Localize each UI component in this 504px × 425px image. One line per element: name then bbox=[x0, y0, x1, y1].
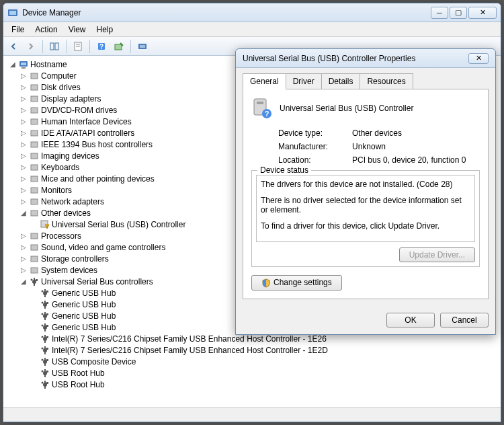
app-icon bbox=[7, 7, 18, 18]
device-icon: ? bbox=[251, 98, 273, 119]
dialog-titlebar[interactable]: Universal Serial Bus (USB) Controller Pr… bbox=[236, 49, 495, 68]
tree-item-usb-device[interactable]: USB Root Hub bbox=[9, 379, 495, 390]
cancel-button[interactable]: Cancel bbox=[440, 313, 489, 327]
svg-rect-13 bbox=[21, 63, 26, 65]
change-settings-button[interactable]: Change settings bbox=[251, 275, 342, 291]
svg-rect-22 bbox=[31, 153, 38, 159]
device-type-value: Other devices bbox=[352, 128, 402, 138]
device-category-icon bbox=[29, 105, 40, 116]
svg-rect-23 bbox=[31, 165, 38, 170]
properties-icon[interactable] bbox=[71, 39, 85, 54]
svg-rect-27 bbox=[31, 210, 38, 216]
svg-rect-53 bbox=[46, 325, 48, 327]
device-category-icon bbox=[40, 322, 50, 333]
svg-rect-9 bbox=[115, 44, 122, 50]
device-category-icon bbox=[29, 162, 40, 173]
show-hide-console-icon[interactable] bbox=[47, 39, 62, 54]
svg-point-60 bbox=[42, 347, 44, 349]
device-category-icon bbox=[29, 173, 40, 184]
close-button[interactable]: ✕ bbox=[468, 7, 497, 19]
device-category-icon bbox=[40, 334, 50, 344]
device-category-icon bbox=[40, 311, 50, 321]
device-category-icon bbox=[29, 82, 40, 93]
svg-point-64 bbox=[42, 358, 44, 360]
device-category-icon bbox=[40, 356, 50, 367]
tab-resources[interactable]: Resources bbox=[360, 73, 413, 89]
device-status-legend: Device status bbox=[257, 165, 311, 175]
svg-rect-31 bbox=[31, 245, 38, 250]
svg-rect-61 bbox=[46, 348, 48, 350]
svg-rect-57 bbox=[46, 336, 48, 338]
svg-point-56 bbox=[42, 336, 44, 338]
device-category-icon bbox=[29, 116, 40, 127]
tree-item-usb-device[interactable]: USB Root Hub bbox=[9, 367, 495, 379]
device-category-icon bbox=[29, 185, 40, 196]
svg-rect-33 bbox=[31, 268, 38, 273]
svg-rect-11 bbox=[140, 45, 145, 48]
dialog-close-button[interactable]: ✕ bbox=[468, 53, 489, 64]
svg-rect-26 bbox=[31, 199, 38, 204]
maximize-button[interactable]: ▢ bbox=[450, 7, 467, 19]
device-category-icon bbox=[29, 196, 40, 207]
titlebar[interactable]: Device Manager ─ ▢ ✕ bbox=[3, 3, 501, 22]
device-status-text[interactable]: The drivers for this device are not inst… bbox=[256, 175, 475, 242]
svg-point-68 bbox=[42, 370, 44, 372]
menu-file[interactable]: File bbox=[6, 24, 30, 36]
statusbar bbox=[3, 407, 501, 422]
tab-details[interactable]: Details bbox=[321, 73, 361, 89]
manufacturer-label: Manufacturer: bbox=[278, 142, 352, 151]
manufacturer-value: Unknown bbox=[352, 142, 386, 151]
tree-item-usb-device[interactable]: Intel(R) 7 Series/C216 Chipset Family US… bbox=[9, 344, 495, 356]
device-category-icon bbox=[40, 288, 50, 299]
menubar: File Action View Help bbox=[3, 22, 501, 37]
tree-item-usb-device[interactable]: USB Composite Device bbox=[9, 356, 495, 367]
forward-button[interactable] bbox=[24, 39, 38, 54]
svg-point-40 bbox=[42, 290, 44, 292]
menu-help[interactable]: Help bbox=[91, 24, 119, 36]
svg-rect-19 bbox=[31, 119, 38, 124]
svg-rect-65 bbox=[46, 359, 48, 361]
tabstrip: General Driver Details Resources bbox=[236, 68, 495, 89]
svg-rect-41 bbox=[46, 291, 48, 293]
device-category-icon bbox=[29, 139, 40, 150]
device-category-icon bbox=[40, 379, 50, 390]
scan-hardware-icon[interactable] bbox=[112, 39, 126, 54]
menu-view[interactable]: View bbox=[63, 24, 91, 36]
svg-rect-15 bbox=[31, 73, 38, 79]
window-title: Device Manager bbox=[22, 8, 431, 17]
svg-rect-24 bbox=[31, 176, 38, 182]
svg-rect-73 bbox=[46, 382, 48, 384]
svg-rect-49 bbox=[46, 313, 48, 315]
device-category-icon bbox=[29, 276, 40, 287]
update-driver-button: Update Driver... bbox=[399, 247, 475, 262]
help-icon[interactable]: ? bbox=[94, 39, 109, 54]
svg-rect-14 bbox=[22, 67, 26, 69]
device-category-icon bbox=[29, 71, 40, 81]
svg-rect-16 bbox=[31, 85, 38, 90]
device-status-group: Device status The drivers for this devic… bbox=[251, 170, 480, 267]
svg-rect-30 bbox=[31, 233, 38, 239]
svg-point-52 bbox=[42, 324, 44, 326]
svg-rect-3 bbox=[55, 43, 58, 50]
device-category-icon bbox=[29, 93, 40, 104]
svg-text:?: ? bbox=[99, 43, 103, 50]
tab-general[interactable]: General bbox=[243, 73, 286, 89]
svg-rect-45 bbox=[46, 302, 48, 304]
show-hidden-icon[interactable] bbox=[135, 39, 150, 54]
tab-driver[interactable]: Driver bbox=[286, 73, 322, 89]
ok-button[interactable]: OK bbox=[386, 313, 435, 327]
device-category-icon bbox=[29, 265, 40, 276]
device-category-icon bbox=[29, 151, 40, 161]
back-button[interactable] bbox=[6, 39, 21, 54]
minimize-button[interactable]: ─ bbox=[431, 7, 448, 19]
menu-action[interactable]: Action bbox=[30, 24, 62, 36]
device-category-icon bbox=[29, 242, 40, 253]
svg-rect-75 bbox=[257, 102, 263, 104]
device-category-icon bbox=[29, 128, 40, 139]
device-type-label: Device type: bbox=[278, 128, 352, 138]
device-category-icon: ! bbox=[40, 219, 50, 230]
svg-text:?: ? bbox=[265, 110, 269, 118]
device-category-icon bbox=[40, 299, 50, 310]
svg-rect-2 bbox=[50, 43, 54, 50]
svg-rect-37 bbox=[36, 279, 38, 281]
